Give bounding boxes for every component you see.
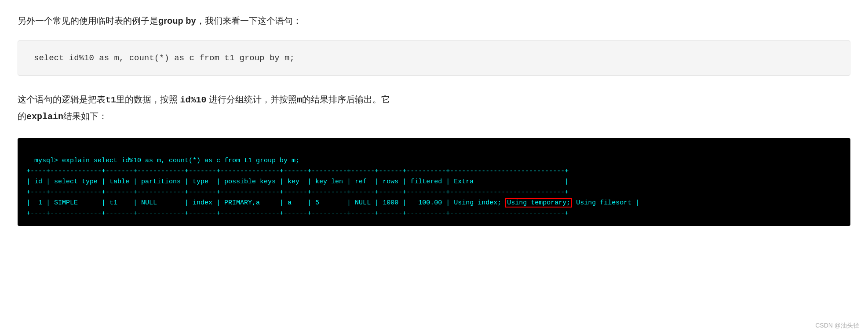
intro-paragraph: 另外一个常见的使用临时表的例子是group by，我们来看一下这个语句： [18,13,850,28]
intro-text-before: 另外一个常见的使用临时表的例子是 [18,16,158,25]
desc-text-3: 进行分组统计，并按照 [207,95,297,104]
desc-explain: explain [26,112,63,122]
intro-keyword: group by [158,16,196,25]
terminal-data-after: Using filesort | [572,199,639,207]
terminal-header: | id | select_type | table | partitions … [26,178,569,186]
terminal-sep3: +----+-------------+-------+------------… [26,210,569,217]
desc-t1: t1 [106,95,116,105]
terminal-cmd: mysql> explain select id%10 as m, count(… [34,157,299,164]
desc-text-5: 的 [18,111,26,121]
watermark: CSDN @油头径 [815,322,859,330]
terminal-highlight: Using temporary; [505,198,572,208]
intro-text-after: ，我们来看一下这个语句： [196,16,302,25]
terminal-output: mysql> explain select id%10 as m, count(… [18,138,850,226]
description-paragraph: 这个语句的逻辑是把表t1里的数据，按照 id%10 进行分组统计，并按照m的结果… [18,91,850,125]
desc-m: m [297,95,302,105]
desc-text-2: 里的数据，按照 [116,95,180,104]
sql-code-content: select id%10 as m, count(*) as c from t1… [34,53,295,63]
watermark-text: CSDN @油头径 [815,322,859,329]
desc-text-6: 结果如下： [63,111,107,121]
terminal-sep1: +----+-------------+-------+------------… [26,168,569,175]
desc-id10: id%10 [180,95,207,105]
terminal-data-row: | 1 | SIMPLE | t1 | NULL | index | PRIMA… [26,199,639,207]
sql-code-block: select id%10 as m, count(*) as c from t1… [18,40,850,76]
desc-text-1: 这个语句的逻辑是把表 [18,95,106,104]
terminal-sep2: +----+-------------+-------+------------… [26,189,569,196]
desc-text-4: 的结果排序后输出。它 [302,95,390,104]
terminal-data-before: | 1 | SIMPLE | t1 | NULL | index | PRIMA… [26,199,505,207]
